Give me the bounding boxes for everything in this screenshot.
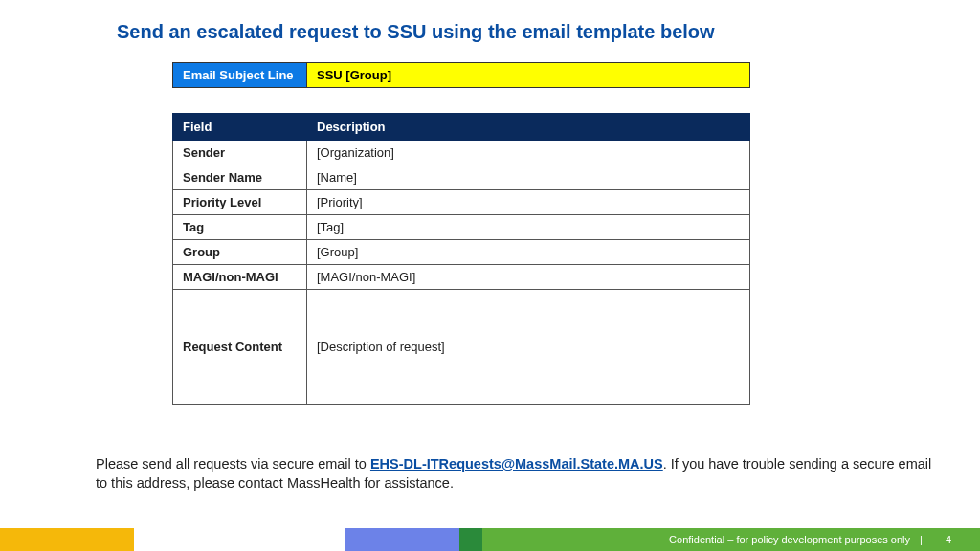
table-row: Sender [Organization] (173, 141, 750, 165)
cell-desc: [Priority] (307, 190, 750, 215)
col-header-desc: Description (307, 114, 750, 141)
fields-table: Field Description Sender [Organization] … (172, 113, 750, 405)
cell-desc: [Group] (307, 240, 750, 265)
footer-bar: Confidential – for policy development pu… (0, 528, 980, 551)
cell-desc: [Tag] (307, 215, 750, 240)
cell-field: Tag (173, 215, 307, 240)
footnote-pre: Please send all requests via secure emai… (96, 456, 370, 472)
cell-desc: [Organization] (307, 141, 750, 165)
subject-value: SSU [Group] (307, 63, 750, 88)
subject-label: Email Subject Line (173, 63, 307, 88)
table-row: Tag [Tag] (173, 215, 750, 240)
footer-confidential: Confidential – for policy development pu… (669, 534, 910, 545)
footer-accent-yellow (0, 528, 134, 551)
footer-separator: | (920, 534, 923, 545)
table-row: Priority Level [Priority] (173, 190, 750, 215)
footer-text-area: Confidential – for policy development pu… (482, 528, 980, 551)
cell-field: MAGI/non-MAGI (173, 265, 307, 290)
table-header-row: Field Description (173, 114, 750, 141)
table-row: Request Content [Description of request] (173, 290, 750, 405)
col-header-field: Field (173, 114, 307, 141)
cell-desc: [MAGI/non-MAGI] (307, 265, 750, 290)
cell-desc: [Name] (307, 165, 750, 190)
table-row: Group [Group] (173, 240, 750, 265)
cell-field: Group (173, 240, 307, 265)
table-row: MAGI/non-MAGI [MAGI/non-MAGI] (173, 265, 750, 290)
page-title: Send an escalated request to SSU using t… (117, 21, 715, 43)
footer-accent-darkgreen (459, 528, 482, 551)
cell-field: Sender (173, 141, 307, 165)
cell-desc: [Description of request] (307, 290, 750, 405)
subject-table: Email Subject Line SSU [Group] (172, 62, 750, 88)
footer-accent-blue (345, 528, 459, 551)
cell-field: Request Content (173, 290, 307, 405)
footnote-link[interactable]: EHS-DL-ITRequests@MassMail.State.MA.US (370, 456, 663, 472)
footnote: Please send all requests via secure emai… (96, 455, 942, 493)
footer-accent-white (134, 528, 345, 551)
table-row: Sender Name [Name] (173, 165, 750, 190)
cell-field: Sender Name (173, 165, 307, 190)
page-number: 4 (946, 534, 951, 545)
cell-field: Priority Level (173, 190, 307, 215)
table-row: Email Subject Line SSU [Group] (173, 63, 750, 88)
